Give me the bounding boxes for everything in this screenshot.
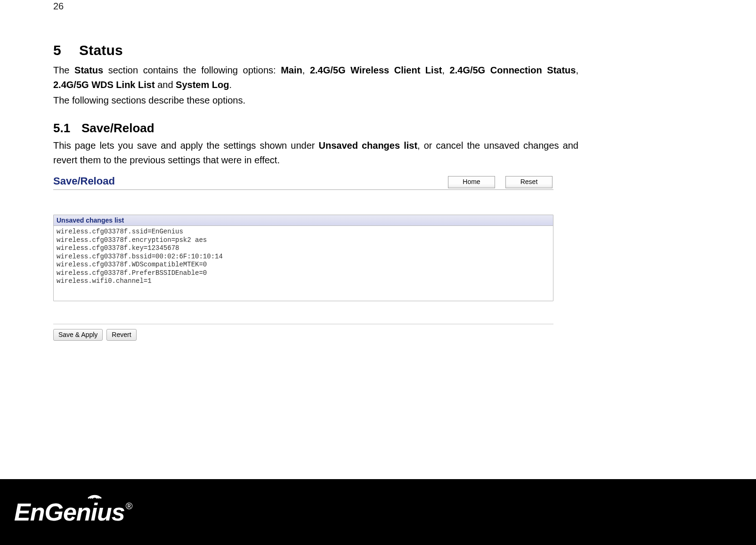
unsaved-changes-panel: Unsaved changes list wireless.cfg03378f.… xyxy=(53,215,553,301)
section-title: Status xyxy=(79,42,123,58)
section-number: 5 xyxy=(53,42,79,58)
logo-text: EnGeni us xyxy=(14,498,125,526)
ui-divider-2 xyxy=(53,324,553,324)
intro-paragraph-2: The following sections describe these op… xyxy=(53,93,578,108)
subsection-heading: 5.1Save/Reload xyxy=(53,121,578,136)
ui-divider xyxy=(53,189,553,190)
subsection-title: Save/Reload xyxy=(81,121,154,135)
save-reload-ui: Save/Reload Home Reset Unsaved changes l… xyxy=(53,175,553,341)
ui-title-buttons: Home Reset xyxy=(448,176,553,189)
main-content: 5Status The Status section contains the … xyxy=(53,42,578,341)
section-heading: 5Status xyxy=(53,42,578,58)
ui-title: Save/Reload xyxy=(53,175,115,189)
reset-button[interactable]: Reset xyxy=(505,176,553,188)
registered-mark: ® xyxy=(126,501,133,512)
footer: EnGeni us ® xyxy=(0,479,756,545)
engenius-logo: EnGeni us ® xyxy=(14,498,132,526)
wifi-icon xyxy=(87,486,103,500)
ui-titlebar: Save/Reload Home Reset xyxy=(53,175,553,189)
save-apply-button[interactable]: Save & Apply xyxy=(53,329,103,341)
subsection-number: 5.1 xyxy=(53,121,81,136)
unsaved-changes-header: Unsaved changes list xyxy=(54,215,553,226)
intro-paragraph-1: The Status section contains the followin… xyxy=(53,63,578,92)
subsection-paragraph: This page lets you save and apply the se… xyxy=(53,138,578,168)
revert-button[interactable]: Revert xyxy=(106,329,136,341)
unsaved-changes-body: wireless.cfg03378f.ssid=EnGenius wireles… xyxy=(54,226,553,301)
home-button[interactable]: Home xyxy=(448,176,495,188)
ui-bottom-buttons: Save & Apply Revert xyxy=(53,329,553,341)
page-number: 26 xyxy=(53,1,64,12)
